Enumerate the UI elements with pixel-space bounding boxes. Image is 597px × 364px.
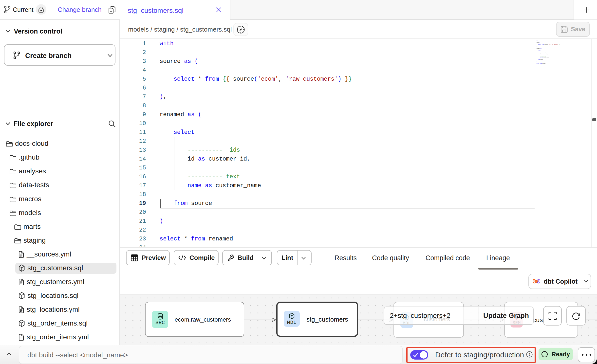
svg-text:?: ?	[528, 352, 530, 357]
